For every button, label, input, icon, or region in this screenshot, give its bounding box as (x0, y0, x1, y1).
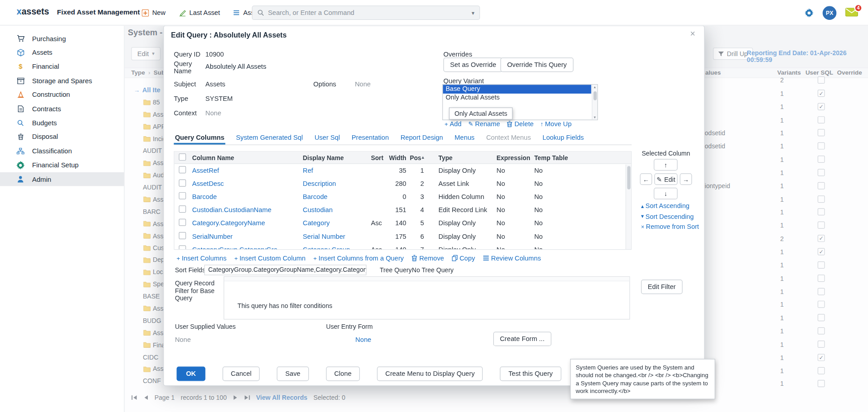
column-row[interactable]: Barcode Barcode 0 3 Hidden Column No No (175, 190, 631, 204)
sidebar-item[interactable]: Storage and Spares (0, 74, 124, 88)
col-header-column-name[interactable]: Column Name (190, 154, 301, 161)
row-checkbox[interactable] (179, 192, 186, 199)
chevron-down-icon[interactable]: ▾ (472, 9, 474, 15)
column-row[interactable]: Category.CategoryName Category Asc 140 5… (175, 217, 631, 230)
set-as-override-button[interactable]: Set as Override (443, 57, 503, 72)
move-column-down-button[interactable]: ↓ (654, 188, 678, 199)
edit-column-button[interactable]: ✎ Edit (654, 173, 677, 185)
dialog-tab[interactable]: User Sql (313, 131, 341, 144)
table-action-link[interactable]: Copy (452, 254, 475, 262)
row-checkbox[interactable] (179, 206, 186, 213)
col-header-display-name[interactable]: Display Name (301, 154, 369, 161)
table-action-link[interactable]: Remove (411, 254, 444, 262)
display-name-link[interactable]: Ref (303, 166, 313, 174)
variant-option[interactable]: Base Query (443, 85, 591, 93)
dialog-tab[interactable]: Lookup Fields (542, 131, 585, 144)
user-entry-form-value[interactable]: None (355, 336, 371, 343)
column-name-link[interactable]: Custodian.CustodianName (192, 206, 272, 214)
sort-link[interactable]: × Remove from Sort (641, 223, 699, 230)
column-row[interactable]: SerialNumber Serial Number 175 6 Display… (175, 230, 631, 243)
dialog-tab[interactable]: Menus (453, 131, 476, 144)
display-name-link[interactable]: Category Group (303, 246, 350, 250)
col-header-type[interactable]: Type (427, 154, 496, 161)
display-name-link[interactable]: Custodian (303, 206, 333, 214)
scrollbar-thumb[interactable] (594, 91, 597, 100)
edit-filter-button[interactable]: Edit Filter (641, 279, 682, 294)
row-checkbox[interactable] (179, 232, 186, 239)
close-icon[interactable]: × (690, 29, 695, 39)
sort-fields-value[interactable]: CategoryGroup.CategoryGroupName,Category… (204, 265, 367, 275)
sidebar-item[interactable]: Budgets (0, 116, 124, 130)
footer-button[interactable]: Test this Query (500, 367, 561, 381)
move-column-right-button[interactable]: → (680, 173, 692, 185)
table-action-link[interactable]: + Insert Columns from a Query (313, 254, 404, 262)
user-avatar[interactable]: PX (823, 6, 837, 20)
variant-action-link[interactable]: ✎ Rename (468, 120, 500, 128)
table-action-link[interactable]: + Insert Columns (177, 254, 226, 262)
column-row[interactable]: Custodian.CustodianName Custodian 151 4 … (175, 204, 631, 217)
app-logo[interactable]: xassets (17, 7, 49, 17)
row-checkbox[interactable] (179, 245, 186, 250)
dialog-tab[interactable]: Report Design (399, 131, 444, 144)
query-name-input[interactable] (205, 62, 344, 71)
variant-action-link[interactable]: ↑ Move Up (540, 120, 571, 128)
sort-link[interactable]: ▴ Sort Ascending (641, 202, 689, 210)
row-checkbox[interactable] (179, 179, 186, 186)
select-all-checkbox[interactable] (179, 153, 186, 161)
row-checkbox[interactable] (179, 219, 186, 226)
topbar-action-button[interactable]: New (142, 9, 165, 17)
column-row[interactable]: AssetDesc Description 280 2 Asset Link N… (175, 177, 631, 190)
sidebar-item[interactable]: Financial Setup (0, 158, 124, 172)
col-header-sort[interactable]: Sort (369, 154, 387, 161)
notifications-button[interactable]: 4 (845, 8, 858, 18)
table-action-link[interactable]: Review Columns (483, 254, 541, 262)
column-name-link[interactable]: SerialNumber (192, 232, 233, 240)
variant-option[interactable]: Only Actual Assets (443, 93, 591, 102)
footer-button[interactable]: Clone (326, 367, 360, 381)
display-name-link[interactable]: Description (303, 180, 336, 188)
topbar-action-button[interactable]: Last Asset (179, 9, 220, 17)
footer-button[interactable]: Save (277, 367, 309, 381)
col-header-expression[interactable]: Expression (496, 154, 534, 161)
dialog-tab[interactable]: Query Columns (174, 131, 225, 144)
footer-button[interactable]: Cancel (222, 367, 259, 381)
dialog-tab[interactable]: Presentation (350, 131, 390, 144)
display-name-link[interactable]: Category (303, 219, 330, 227)
sidebar-item[interactable]: Disposal (0, 130, 124, 144)
sidebar-item[interactable]: Classification (0, 144, 124, 158)
row-checkbox[interactable] (179, 166, 186, 173)
table-action-link[interactable]: + Insert Custom Column (234, 254, 306, 262)
scroll-up-arrow-icon[interactable]: ▴ (592, 85, 597, 89)
move-column-up-button[interactable]: ↑ (654, 159, 678, 170)
column-name-link[interactable]: AssetRef (192, 166, 219, 174)
sort-link[interactable]: ▾ Sort Descending (641, 213, 694, 220)
move-column-left-button[interactable]: ← (640, 173, 652, 185)
dialog-tab[interactable]: Context Menus (485, 131, 532, 144)
sidebar-item[interactable]: Contracts (0, 102, 124, 116)
col-header-width[interactable]: Width (387, 154, 408, 161)
display-name-link[interactable]: Barcode (303, 193, 328, 201)
col-header-pos[interactable]: Pos ▴ (407, 154, 427, 161)
sidebar-item[interactable]: Purchasing (0, 32, 124, 46)
column-row[interactable]: CategoryGroup.CategoryGro Category Group… (175, 243, 631, 250)
dialog-tab[interactable]: System Generated Sql (235, 131, 304, 144)
column-row[interactable]: AssetRef Ref 35 1 Display Only No No (175, 164, 631, 177)
gear-icon[interactable] (804, 8, 814, 18)
listbox-scrollbar[interactable]: ▴ ▾ (592, 85, 597, 119)
col-header-temp-table[interactable]: Temp Table (534, 154, 631, 161)
column-name-link[interactable]: Category.CategoryName (192, 219, 265, 227)
footer-button[interactable]: OK (177, 367, 206, 381)
sidebar-item[interactable]: $ Financial (0, 60, 124, 74)
search-input[interactable] (268, 9, 468, 17)
table-scrollbar[interactable] (626, 165, 631, 249)
column-name-link[interactable]: AssetDesc (192, 180, 224, 188)
sidebar-item[interactable]: Construction (0, 88, 124, 102)
column-name-link[interactable]: CategoryGroup.CategoryGro (192, 246, 278, 250)
variant-action-link[interactable]: Delete (507, 120, 534, 128)
sidebar-item[interactable]: Admin (0, 172, 124, 186)
display-name-link[interactable]: Serial Number (303, 232, 345, 240)
column-name-link[interactable]: Barcode (192, 193, 217, 201)
table-scrollbar-thumb[interactable] (627, 166, 630, 189)
sidebar-item[interactable]: Assets (0, 46, 124, 60)
create-form-button[interactable]: Create Form ... (493, 331, 551, 346)
